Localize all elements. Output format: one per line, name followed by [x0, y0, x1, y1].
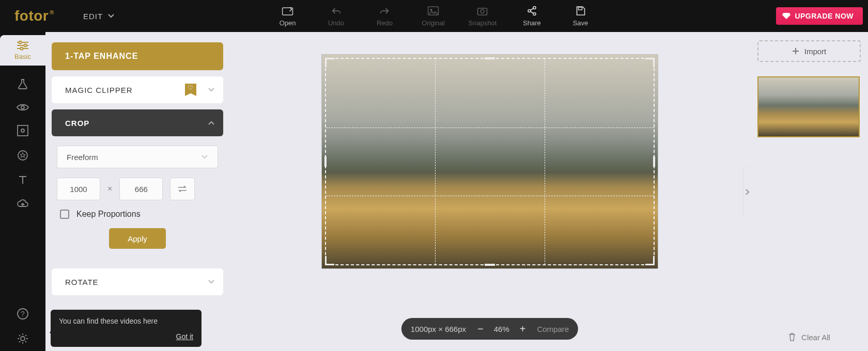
svg-point-2	[430, 9, 432, 11]
swap-dimensions-button[interactable]	[170, 178, 195, 200]
brand-logo[interactable]: fotor®	[14, 8, 53, 24]
redo-icon	[379, 6, 391, 16]
svg-text:?: ?	[21, 310, 25, 318]
gear-icon	[17, 332, 29, 345]
tab-text[interactable]	[17, 174, 29, 186]
svg-rect-13	[18, 125, 28, 136]
undo-icon	[331, 6, 342, 16]
magic-clipper-label: MAGIC CLIPPER	[65, 86, 133, 94]
redo-button[interactable]: Redo	[371, 6, 398, 27]
zoom-in-button[interactable]: +	[520, 323, 526, 335]
one-tap-enhance-button[interactable]: 1-TAP ENHANCE	[52, 42, 223, 70]
tooltip-dismiss-button[interactable]: Got it	[59, 332, 193, 341]
frame-icon	[17, 124, 29, 137]
crop-handle-tr[interactable]	[645, 58, 655, 67]
status-bar: 1000px × 666px − 46% + Compare	[401, 318, 578, 340]
collapse-right-panel-button[interactable]	[743, 166, 750, 218]
tab-frames[interactable]	[17, 124, 29, 137]
apply-button[interactable]: Apply	[109, 228, 166, 249]
crop-preset-value: Freeform	[67, 153, 98, 162]
crop-handle-right[interactable]	[653, 156, 655, 167]
crop-options: Freeform × Keep Proportions Apply	[52, 142, 223, 249]
crop-overlay[interactable]	[325, 58, 655, 265]
original-button[interactable]: Original	[420, 6, 447, 27]
tab-cloud[interactable]	[16, 199, 29, 209]
right-panel: Import Clear All	[750, 32, 868, 351]
crop-handle-tl[interactable]	[325, 58, 334, 67]
chevron-up-icon	[208, 120, 215, 125]
text-icon	[17, 174, 29, 186]
side-panel: 1-TAP ENHANCE MAGIC CLIPPER CROP Freefor…	[45, 32, 229, 351]
compare-button[interactable]: Compare	[537, 325, 569, 333]
tab-effects[interactable]	[17, 78, 29, 90]
open-button[interactable]: Open	[274, 6, 301, 27]
status-dimensions: 1000px × 666px	[411, 325, 466, 333]
share-button[interactable]: Share	[518, 6, 545, 27]
eye-icon	[16, 103, 29, 112]
magic-clipper-row[interactable]: MAGIC CLIPPER	[52, 76, 223, 103]
canvas-area: 1000px × 666px − 46% + Compare	[229, 32, 750, 351]
clear-all-button[interactable]: Clear All	[750, 332, 868, 342]
mode-selector[interactable]: EDIT	[83, 12, 114, 21]
grid-line	[326, 196, 654, 196]
swap-icon	[177, 185, 188, 193]
premium-badge-icon	[185, 84, 196, 96]
crop-handle-left[interactable]	[324, 156, 327, 167]
tab-beauty[interactable]	[16, 103, 29, 112]
help-icon: ?	[17, 308, 29, 320]
keep-proportions-row[interactable]: Keep Proportions	[57, 210, 218, 219]
save-button[interactable]: Save	[567, 6, 594, 27]
tooltip-text: You can find these videos here	[59, 317, 193, 325]
chevron-down-icon	[208, 279, 215, 284]
dimensions-row: ×	[57, 178, 218, 200]
zoom-level: 46%	[494, 325, 509, 333]
rotate-label: ROTATE	[65, 278, 99, 286]
chevron-right-icon	[745, 188, 749, 196]
tooltip-popover: You can find these videos here Got it	[51, 310, 202, 347]
topbar-actions: Open Undo Redo Original Snapshot	[274, 0, 594, 32]
height-input[interactable]	[119, 178, 163, 200]
plus-icon	[792, 47, 799, 55]
crop-preset-select[interactable]: Freeform	[57, 146, 218, 168]
crop-handle-br[interactable]	[645, 256, 655, 265]
rotate-row[interactable]: ROTATE	[52, 268, 223, 295]
crop-handle-top[interactable]	[485, 57, 495, 59]
image-icon	[428, 6, 439, 16]
settings-button[interactable]	[17, 332, 29, 345]
mode-label: EDIT	[83, 12, 103, 21]
svg-point-12	[21, 106, 24, 109]
share-icon	[526, 6, 537, 16]
flask-icon	[17, 78, 29, 90]
help-button[interactable]: ?	[17, 308, 29, 320]
svg-point-14	[21, 129, 24, 132]
crop-label: CROP	[65, 119, 89, 127]
upgrade-button[interactable]: UPGRADE NOW	[776, 7, 863, 25]
import-button[interactable]: Import	[757, 40, 861, 62]
zoom-out-button[interactable]: −	[477, 323, 484, 335]
camera-icon	[477, 6, 488, 16]
image-thumbnail[interactable]	[757, 76, 860, 137]
open-icon	[282, 6, 293, 16]
chevron-down-icon	[108, 14, 114, 18]
canvas-image[interactable]	[322, 55, 658, 268]
crop-row[interactable]: CROP	[52, 109, 223, 136]
svg-point-11	[21, 47, 23, 50]
svg-point-9	[19, 41, 22, 44]
diamond-icon	[782, 12, 791, 20]
keep-proportions-label: Keep Proportions	[76, 210, 141, 219]
tab-basic-label: Basic	[14, 53, 31, 60]
tab-stickers[interactable]	[17, 149, 29, 162]
topbar: fotor® EDIT Open Undo Redo	[0, 0, 868, 32]
snapshot-button[interactable]: Snapshot	[469, 6, 497, 27]
width-input[interactable]	[57, 178, 100, 200]
keep-proportions-checkbox[interactable]	[60, 210, 69, 219]
crop-handle-bottom[interactable]	[485, 264, 495, 266]
grid-line	[435, 59, 436, 264]
trash-icon	[788, 332, 796, 342]
vertical-toolbar: Basic ?	[0, 32, 45, 351]
crop-handle-bl[interactable]	[325, 256, 334, 265]
tab-basic[interactable]: Basic	[0, 35, 45, 66]
undo-button[interactable]: Undo	[323, 6, 350, 27]
grid-line	[545, 59, 545, 264]
sliders-icon	[16, 40, 29, 51]
